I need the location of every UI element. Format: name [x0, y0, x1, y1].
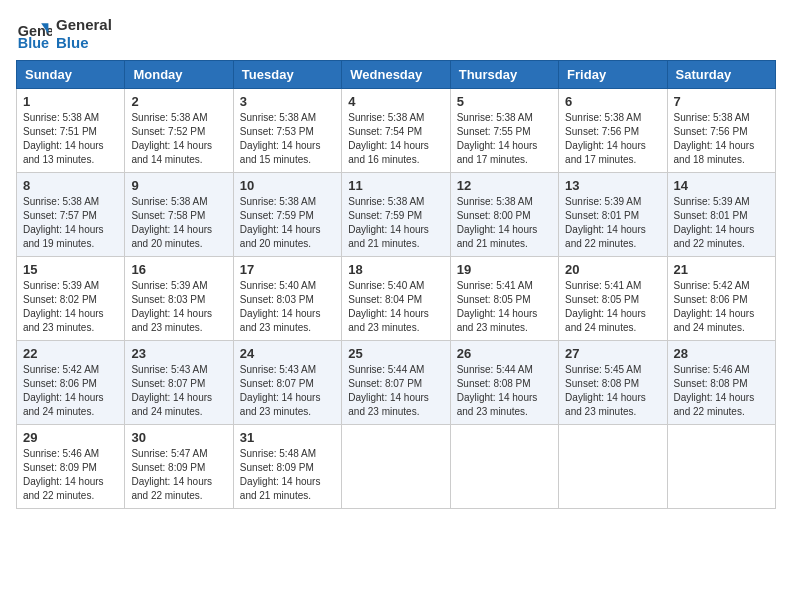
week-row-0: 1Sunrise: 5:38 AMSunset: 7:51 PMDaylight… — [17, 89, 776, 173]
day-number: 12 — [457, 178, 552, 193]
svg-text:Blue: Blue — [18, 35, 49, 51]
day-number: 3 — [240, 94, 335, 109]
day-cell-5: 5Sunrise: 5:38 AMSunset: 7:55 PMDaylight… — [450, 89, 558, 173]
day-info: Sunrise: 5:47 AMSunset: 8:09 PMDaylight:… — [131, 447, 226, 503]
day-info: Sunrise: 5:38 AMSunset: 7:54 PMDaylight:… — [348, 111, 443, 167]
day-header-saturday: Saturday — [667, 61, 775, 89]
day-info: Sunrise: 5:46 AMSunset: 8:09 PMDaylight:… — [23, 447, 118, 503]
day-info: Sunrise: 5:38 AMSunset: 7:59 PMDaylight:… — [348, 195, 443, 251]
day-info: Sunrise: 5:39 AMSunset: 8:03 PMDaylight:… — [131, 279, 226, 335]
logo-icon: General Blue — [16, 16, 52, 52]
day-header-tuesday: Tuesday — [233, 61, 341, 89]
calendar-table: SundayMondayTuesdayWednesdayThursdayFrid… — [16, 60, 776, 509]
day-header-wednesday: Wednesday — [342, 61, 450, 89]
day-number: 26 — [457, 346, 552, 361]
day-info: Sunrise: 5:38 AMSunset: 7:56 PMDaylight:… — [674, 111, 769, 167]
day-info: Sunrise: 5:45 AMSunset: 8:08 PMDaylight:… — [565, 363, 660, 419]
day-number: 31 — [240, 430, 335, 445]
day-cell-28: 28Sunrise: 5:46 AMSunset: 8:08 PMDayligh… — [667, 341, 775, 425]
day-info: Sunrise: 5:46 AMSunset: 8:08 PMDaylight:… — [674, 363, 769, 419]
day-info: Sunrise: 5:44 AMSunset: 8:08 PMDaylight:… — [457, 363, 552, 419]
day-cell-20: 20Sunrise: 5:41 AMSunset: 8:05 PMDayligh… — [559, 257, 667, 341]
day-number: 18 — [348, 262, 443, 277]
day-info: Sunrise: 5:38 AMSunset: 7:51 PMDaylight:… — [23, 111, 118, 167]
day-info: Sunrise: 5:38 AMSunset: 7:57 PMDaylight:… — [23, 195, 118, 251]
day-number: 13 — [565, 178, 660, 193]
logo: General Blue General Blue — [16, 16, 112, 52]
day-info: Sunrise: 5:48 AMSunset: 8:09 PMDaylight:… — [240, 447, 335, 503]
day-number: 29 — [23, 430, 118, 445]
day-number: 7 — [674, 94, 769, 109]
day-number: 15 — [23, 262, 118, 277]
day-number: 2 — [131, 94, 226, 109]
day-cell-9: 9Sunrise: 5:38 AMSunset: 7:58 PMDaylight… — [125, 173, 233, 257]
day-number: 6 — [565, 94, 660, 109]
day-header-friday: Friday — [559, 61, 667, 89]
calendar-body: 1Sunrise: 5:38 AMSunset: 7:51 PMDaylight… — [17, 89, 776, 509]
day-number: 22 — [23, 346, 118, 361]
day-info: Sunrise: 5:38 AMSunset: 7:52 PMDaylight:… — [131, 111, 226, 167]
day-number: 5 — [457, 94, 552, 109]
day-info: Sunrise: 5:38 AMSunset: 8:00 PMDaylight:… — [457, 195, 552, 251]
day-info: Sunrise: 5:39 AMSunset: 8:01 PMDaylight:… — [674, 195, 769, 251]
day-info: Sunrise: 5:38 AMSunset: 7:59 PMDaylight:… — [240, 195, 335, 251]
day-number: 30 — [131, 430, 226, 445]
day-number: 16 — [131, 262, 226, 277]
day-info: Sunrise: 5:40 AMSunset: 8:03 PMDaylight:… — [240, 279, 335, 335]
day-info: Sunrise: 5:38 AMSunset: 7:58 PMDaylight:… — [131, 195, 226, 251]
day-number: 17 — [240, 262, 335, 277]
day-number: 23 — [131, 346, 226, 361]
day-number: 10 — [240, 178, 335, 193]
day-cell-2: 2Sunrise: 5:38 AMSunset: 7:52 PMDaylight… — [125, 89, 233, 173]
day-info: Sunrise: 5:43 AMSunset: 8:07 PMDaylight:… — [240, 363, 335, 419]
day-cell-3: 3Sunrise: 5:38 AMSunset: 7:53 PMDaylight… — [233, 89, 341, 173]
day-cell-30: 30Sunrise: 5:47 AMSunset: 8:09 PMDayligh… — [125, 425, 233, 509]
day-number: 1 — [23, 94, 118, 109]
day-cell-27: 27Sunrise: 5:45 AMSunset: 8:08 PMDayligh… — [559, 341, 667, 425]
day-info: Sunrise: 5:43 AMSunset: 8:07 PMDaylight:… — [131, 363, 226, 419]
day-number: 24 — [240, 346, 335, 361]
day-number: 4 — [348, 94, 443, 109]
empty-cell — [342, 425, 450, 509]
day-info: Sunrise: 5:41 AMSunset: 8:05 PMDaylight:… — [457, 279, 552, 335]
day-cell-19: 19Sunrise: 5:41 AMSunset: 8:05 PMDayligh… — [450, 257, 558, 341]
logo-general: General — [56, 16, 112, 34]
day-info: Sunrise: 5:40 AMSunset: 8:04 PMDaylight:… — [348, 279, 443, 335]
day-info: Sunrise: 5:38 AMSunset: 7:56 PMDaylight:… — [565, 111, 660, 167]
day-info: Sunrise: 5:39 AMSunset: 8:01 PMDaylight:… — [565, 195, 660, 251]
day-cell-17: 17Sunrise: 5:40 AMSunset: 8:03 PMDayligh… — [233, 257, 341, 341]
day-number: 19 — [457, 262, 552, 277]
week-row-2: 15Sunrise: 5:39 AMSunset: 8:02 PMDayligh… — [17, 257, 776, 341]
day-info: Sunrise: 5:44 AMSunset: 8:07 PMDaylight:… — [348, 363, 443, 419]
day-info: Sunrise: 5:39 AMSunset: 8:02 PMDaylight:… — [23, 279, 118, 335]
day-info: Sunrise: 5:42 AMSunset: 8:06 PMDaylight:… — [674, 279, 769, 335]
day-cell-31: 31Sunrise: 5:48 AMSunset: 8:09 PMDayligh… — [233, 425, 341, 509]
day-info: Sunrise: 5:38 AMSunset: 7:53 PMDaylight:… — [240, 111, 335, 167]
day-number: 14 — [674, 178, 769, 193]
header: General Blue General Blue — [16, 16, 776, 52]
day-header-monday: Monday — [125, 61, 233, 89]
empty-cell — [559, 425, 667, 509]
day-cell-22: 22Sunrise: 5:42 AMSunset: 8:06 PMDayligh… — [17, 341, 125, 425]
day-cell-11: 11Sunrise: 5:38 AMSunset: 7:59 PMDayligh… — [342, 173, 450, 257]
day-number: 25 — [348, 346, 443, 361]
day-cell-25: 25Sunrise: 5:44 AMSunset: 8:07 PMDayligh… — [342, 341, 450, 425]
day-cell-4: 4Sunrise: 5:38 AMSunset: 7:54 PMDaylight… — [342, 89, 450, 173]
day-cell-13: 13Sunrise: 5:39 AMSunset: 8:01 PMDayligh… — [559, 173, 667, 257]
empty-cell — [667, 425, 775, 509]
calendar-header-row: SundayMondayTuesdayWednesdayThursdayFrid… — [17, 61, 776, 89]
day-cell-6: 6Sunrise: 5:38 AMSunset: 7:56 PMDaylight… — [559, 89, 667, 173]
day-number: 9 — [131, 178, 226, 193]
week-row-1: 8Sunrise: 5:38 AMSunset: 7:57 PMDaylight… — [17, 173, 776, 257]
day-cell-21: 21Sunrise: 5:42 AMSunset: 8:06 PMDayligh… — [667, 257, 775, 341]
day-cell-26: 26Sunrise: 5:44 AMSunset: 8:08 PMDayligh… — [450, 341, 558, 425]
day-header-sunday: Sunday — [17, 61, 125, 89]
day-cell-16: 16Sunrise: 5:39 AMSunset: 8:03 PMDayligh… — [125, 257, 233, 341]
week-row-3: 22Sunrise: 5:42 AMSunset: 8:06 PMDayligh… — [17, 341, 776, 425]
logo-blue: Blue — [56, 34, 112, 52]
day-number: 21 — [674, 262, 769, 277]
day-cell-7: 7Sunrise: 5:38 AMSunset: 7:56 PMDaylight… — [667, 89, 775, 173]
day-cell-15: 15Sunrise: 5:39 AMSunset: 8:02 PMDayligh… — [17, 257, 125, 341]
day-cell-24: 24Sunrise: 5:43 AMSunset: 8:07 PMDayligh… — [233, 341, 341, 425]
day-info: Sunrise: 5:42 AMSunset: 8:06 PMDaylight:… — [23, 363, 118, 419]
